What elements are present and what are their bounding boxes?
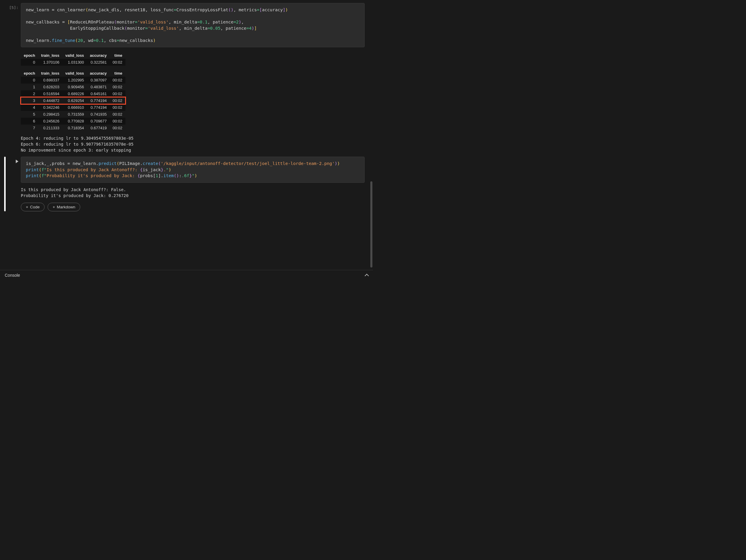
- add-markdown-button[interactable]: +Markdown: [48, 203, 80, 211]
- notebook-cell: [5]:new_learn = cnn_learner(new_jack_dls…: [0, 3, 371, 154]
- cell-output: Is this produced by Jack Antonoff?: Fals…: [21, 183, 365, 200]
- metrics-table: epochtrain_lossvalid_lossaccuracytime00.…: [21, 70, 125, 131]
- table-header: time: [110, 70, 125, 77]
- notebook-viewport: [5]:new_learn = cnn_learner(new_jack_dls…: [0, 0, 373, 280]
- plus-icon: +: [53, 205, 55, 209]
- notebook: [5]:new_learn = cnn_learner(new_jack_dls…: [0, 0, 373, 211]
- metrics-table: epochtrain_lossvalid_lossaccuracytime01.…: [21, 52, 125, 66]
- table-row: 01.3701061.0313000.32258100:02: [21, 59, 125, 66]
- table-row: 40.3422460.6669100.77419400:02: [21, 104, 125, 111]
- table-row: 30.4448720.6292540.77419400:02: [21, 97, 125, 104]
- cell-gutter: [0, 157, 21, 211]
- add-cell-buttons: +Code +Markdown: [21, 203, 365, 211]
- table-row: 00.6983371.2029950.38709700:02: [21, 77, 125, 84]
- cell-gutter: [5]:: [0, 3, 21, 154]
- table-header: epoch: [21, 70, 38, 77]
- table-header: accuracy: [87, 70, 110, 77]
- cell-output: epochtrain_lossvalid_lossaccuracytime01.…: [21, 47, 365, 154]
- console-label: Console: [5, 273, 20, 278]
- table-header: valid_loss: [62, 70, 87, 77]
- table-header: train_loss: [38, 52, 62, 59]
- table-header: epoch: [21, 52, 38, 59]
- plus-icon: +: [26, 205, 28, 209]
- stdout: Is this produced by Jack Antonoff?: Fals…: [21, 187, 365, 199]
- table-header: valid_loss: [62, 52, 87, 59]
- table-header: accuracy: [87, 52, 110, 59]
- table-header: time: [110, 52, 125, 59]
- code-editor[interactable]: is_jack,_,probs = new_learn.predict(PILI…: [21, 157, 365, 183]
- cell-body: new_learn = cnn_learner(new_jack_dls, re…: [21, 3, 371, 154]
- stdout: Epoch 4: reducing lr to 9.30495475569780…: [21, 136, 365, 153]
- selection-marker: [4, 191, 6, 202]
- code-editor[interactable]: new_learn = cnn_learner(new_jack_dls, re…: [21, 3, 365, 47]
- chevron-up-icon: [365, 274, 369, 278]
- cell-body: is_jack,_,probs = new_learn.predict(PILI…: [21, 157, 371, 211]
- table-row: 50.2984150.7315590.74193500:02: [21, 111, 125, 118]
- console-bar[interactable]: Console: [0, 270, 373, 280]
- notebook-cell: is_jack,_,probs = new_learn.predict(PILI…: [0, 157, 371, 211]
- table-row: 60.2456260.7708280.70967700:02: [21, 118, 125, 124]
- add-code-button[interactable]: +Code: [21, 203, 45, 211]
- play-icon[interactable]: [16, 160, 19, 163]
- cell-prompt: [5]:: [9, 5, 19, 10]
- table-row: 10.6282030.9094560.48387100:02: [21, 84, 125, 90]
- table-header: train_loss: [38, 70, 62, 77]
- scrollbar-thumb[interactable]: [370, 181, 372, 268]
- table-row: 70.2113330.7183540.67741900:02: [21, 124, 125, 131]
- selection-marker: [4, 157, 6, 211]
- table-row: 20.5165940.6892260.64516100:02: [21, 90, 125, 97]
